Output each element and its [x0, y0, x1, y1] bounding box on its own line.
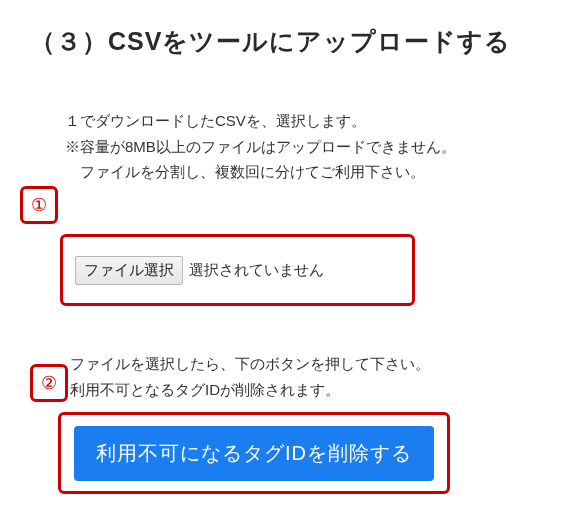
step-badge-1: ① [20, 186, 58, 224]
description-line: １でダウンロードしたCSVを、選択します。 [65, 108, 558, 134]
description2-line: ファイルを選択したら、下のボタンを押して下さい。 [70, 351, 430, 377]
description-block: １でダウンロードしたCSVを、選択します。 ※容量が8MB以上のファイルはアップ… [65, 108, 558, 185]
file-status-text: 選択されていません [189, 261, 324, 280]
file-chooser-highlight: ファイル選択 選択されていません [60, 234, 415, 306]
step-badge-2: ② [30, 364, 68, 402]
submit-highlight: 利用不可になるタグIDを削除する [58, 412, 450, 494]
step-badge-label: ① [31, 194, 47, 216]
file-select-button[interactable]: ファイル選択 [75, 256, 183, 285]
description-line: ファイルを分割し、複数回に分けてご利用下さい。 [65, 159, 558, 185]
description2-line: 利用不可となるタグIDが削除されます。 [70, 377, 430, 403]
delete-unavailable-tagid-button[interactable]: 利用不可になるタグIDを削除する [74, 426, 434, 481]
step-badge-label: ② [41, 372, 57, 394]
description2-block: ファイルを選択したら、下のボタンを押して下さい。 利用不可となるタグIDが削除さ… [70, 351, 430, 402]
description-line: ※容量が8MB以上のファイルはアップロードできません。 [65, 134, 558, 160]
page-heading: （３）CSVをツールにアップロードする [30, 25, 558, 58]
